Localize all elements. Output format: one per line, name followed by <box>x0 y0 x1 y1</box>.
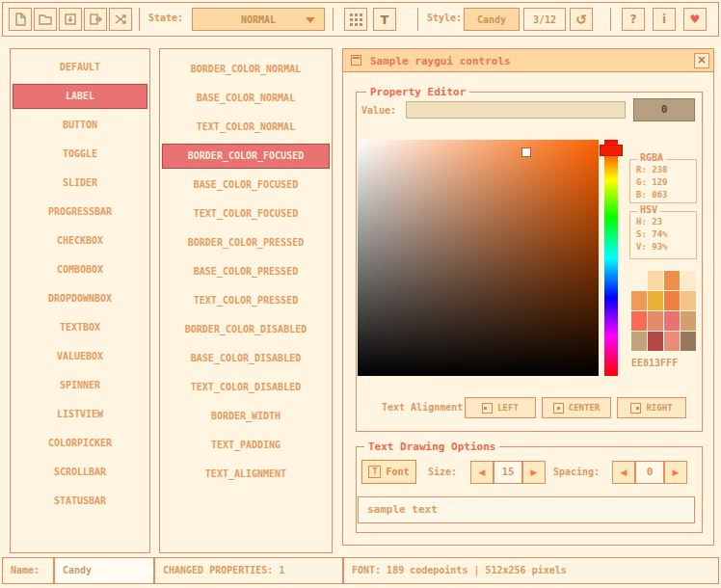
hsv-s-value: S: 74% <box>630 228 696 241</box>
size-increase-button[interactable]: ▶ <box>522 461 546 484</box>
properties-list-item[interactable]: BASE_COLOR_DISABLED <box>162 346 330 371</box>
palette-swatch[interactable] <box>664 311 680 331</box>
size-decrease-button[interactable]: ◀ <box>470 461 494 484</box>
palette-swatch[interactable] <box>681 271 696 290</box>
controls-list-item[interactable]: SLIDER <box>13 171 147 196</box>
palette-swatch[interactable] <box>664 332 680 351</box>
controls-list-item[interactable]: DEFAULT <box>13 55 147 80</box>
properties-list-item[interactable]: BORDER_COLOR_DISABLED <box>162 317 330 342</box>
properties-list-item[interactable]: TEXT_ALIGNMENT <box>162 462 330 487</box>
controls-list-item[interactable]: LISTVIEW <box>13 402 147 427</box>
font-info-text: FONT: 189 codepoints | 512x256 pixels <box>352 565 567 575</box>
properties-list-item-selected[interactable]: BORDER_COLOR_FOCUSED <box>162 144 330 169</box>
properties-list-item[interactable]: TEXT_COLOR_PRESSED <box>162 288 330 313</box>
size-value-box[interactable]: 15 <box>494 461 522 484</box>
sample-controls-window: Sample raygui controls × Property Editor… <box>342 48 714 546</box>
toolbar: State: NORMAL T Style: Candy 3/12 ↺ ? i <box>2 2 719 37</box>
value-slider[interactable] <box>406 101 626 119</box>
controls-list-item[interactable]: PROGRESSBAR <box>13 200 147 225</box>
heart-icon: ♥ <box>690 13 701 26</box>
properties-list-item[interactable]: BORDER_COLOR_PRESSED <box>162 230 330 255</box>
state-dropdown[interactable]: NORMAL <box>192 8 325 31</box>
controls-list-item[interactable]: SPINNER <box>13 373 147 398</box>
save-style-button[interactable] <box>59 8 82 31</box>
spinner-right-icon: ▶ <box>531 468 538 477</box>
properties-list-item[interactable]: BASE_COLOR_FOCUSED <box>162 173 330 198</box>
palette-swatch[interactable] <box>681 291 696 310</box>
controls-list-item-selected[interactable]: LABEL <box>13 84 147 109</box>
style-name-text: Candy <box>63 565 92 575</box>
load-font-button[interactable]: T Font <box>361 460 416 484</box>
properties-list-item[interactable]: TEXT_COLOR_NORMAL <box>162 115 330 140</box>
properties-list-item[interactable]: BASE_COLOR_PRESSED <box>162 259 330 284</box>
controls-list-item[interactable]: SCROLLBAR <box>13 460 147 485</box>
export-style-button[interactable] <box>84 8 107 31</box>
palette-swatch[interactable] <box>681 332 696 351</box>
window-title: Sample raygui controls <box>370 55 511 67</box>
style-name-input[interactable]: Candy <box>54 557 154 584</box>
align-center-label: CENTER <box>569 403 601 413</box>
sample-text-input[interactable]: sample text <box>358 496 695 523</box>
palette-swatch[interactable] <box>681 311 696 331</box>
align-right-label: RIGHT <box>646 403 672 413</box>
spacing-value-box[interactable]: 0 <box>635 461 664 484</box>
properties-list-item[interactable]: BASE_COLOR_NORMAL <box>162 86 330 111</box>
controls-list-item[interactable]: BUTTON <box>13 113 147 138</box>
align-center-button[interactable]: CENTER <box>542 397 611 418</box>
style-counter-value: 3/12 <box>533 14 556 25</box>
controls-list-item[interactable]: VALUEBOX <box>13 344 147 369</box>
palette-swatch[interactable] <box>631 332 647 351</box>
about-button[interactable]: i <box>653 8 676 31</box>
palette-swatch[interactable] <box>631 271 647 290</box>
window-titlebar[interactable]: Sample raygui controls × <box>343 49 713 72</box>
value-box[interactable]: 0 <box>633 98 695 121</box>
palette-swatch[interactable] <box>664 271 680 290</box>
spacing-decrease-button[interactable]: ◀ <box>612 461 635 484</box>
hex-color-value[interactable]: EE813FFF <box>631 358 678 368</box>
help-button[interactable]: ? <box>622 8 645 31</box>
properties-list-item[interactable]: TEXT_COLOR_FOCUSED <box>162 201 330 227</box>
palette-swatch[interactable] <box>631 311 647 331</box>
randomize-style-button[interactable] <box>109 8 132 31</box>
controls-list-item[interactable]: STATUSBAR <box>13 489 147 514</box>
rgba-b-value: B: 063 <box>630 189 696 201</box>
controls-list-item[interactable]: COMBOBOX <box>13 257 147 282</box>
window-close-button[interactable]: × <box>694 53 709 68</box>
load-style-button[interactable] <box>34 8 57 31</box>
controls-list: DEFAULT LABEL BUTTON TOGGLE SLIDER PROGR… <box>10 48 150 553</box>
align-right-button[interactable]: RIGHT <box>617 397 686 418</box>
color-picker-cursor[interactable] <box>522 148 530 156</box>
font-atlas-button[interactable]: T <box>373 8 396 31</box>
window-icon <box>351 55 361 66</box>
hue-slider-handle[interactable] <box>600 145 623 156</box>
save-icon <box>63 12 78 27</box>
style-name-box[interactable]: Candy <box>464 8 520 31</box>
help-icon: ? <box>630 13 637 26</box>
text-alignment-label: Text Alignment: <box>382 402 468 413</box>
controls-list-item[interactable]: COLORPICKER <box>13 431 147 456</box>
controls-list-item[interactable]: CHECKBOX <box>13 228 147 254</box>
new-style-button[interactable] <box>9 8 32 31</box>
hue-bar[interactable] <box>604 140 618 376</box>
close-icon: × <box>697 53 707 67</box>
sponsor-button[interactable]: ♥ <box>683 8 707 31</box>
palette-swatch[interactable] <box>648 271 663 290</box>
controls-list-item[interactable]: TOGGLE <box>13 142 147 167</box>
spacing-increase-button[interactable]: ▶ <box>664 461 687 484</box>
palette-swatch[interactable] <box>631 291 647 310</box>
palette-swatch[interactable] <box>648 332 663 351</box>
properties-list-item[interactable]: BORDER_COLOR_NORMAL <box>162 57 330 82</box>
properties-list-item[interactable]: TEXT_PADDING <box>162 433 330 458</box>
align-left-button[interactable]: LEFT <box>465 397 536 418</box>
style-table-button[interactable] <box>344 8 367 31</box>
hsv-group-label: HSV <box>637 204 660 215</box>
controls-list-item[interactable]: TEXTBOX <box>13 315 147 340</box>
palette-swatch[interactable] <box>648 311 663 331</box>
properties-list-item[interactable]: BORDER_WIDTH <box>162 404 330 429</box>
controls-list-item[interactable]: DROPDOWNBOX <box>13 286 147 311</box>
palette-swatch[interactable] <box>648 291 663 310</box>
style-reload-button[interactable]: ↺ <box>570 8 593 31</box>
palette-swatch[interactable] <box>664 291 680 310</box>
color-picker-panel[interactable] <box>358 140 599 376</box>
properties-list-item[interactable]: TEXT_COLOR_DISABLED <box>162 375 330 400</box>
